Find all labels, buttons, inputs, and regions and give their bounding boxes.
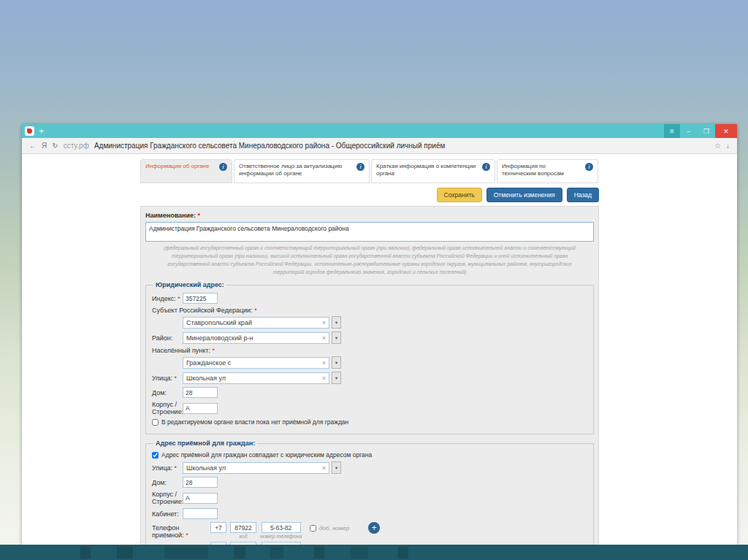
taskbar-item [398, 546, 408, 559]
street-value[interactable]: Школьная ул × [183, 372, 329, 384]
district-label: Район: [152, 334, 183, 342]
same-address-checkbox[interactable] [152, 452, 159, 459]
tab-technical-info[interactable]: Информация по техническим вопросам i [497, 159, 598, 183]
clear-icon[interactable]: × [322, 319, 326, 326]
settlement-row: Населённый пункт: * Гражданское с × ▼ [152, 347, 587, 369]
house-input[interactable] [183, 387, 218, 398]
info-icon[interactable]: i [585, 163, 593, 171]
reception-building-input[interactable] [183, 493, 218, 504]
region-value[interactable]: Ставропольский край × [183, 317, 329, 329]
region-dropdown-button[interactable]: ▼ [332, 316, 341, 329]
phone-ext-wrap: доб. номер [310, 522, 349, 534]
download-icon[interactable]: ↓ [726, 142, 730, 150]
name-textarea[interactable]: Администрация Гражданского сельсовета Ми… [145, 222, 594, 242]
phone-number-input[interactable] [262, 522, 301, 533]
phone-code-input[interactable] [230, 522, 256, 533]
district-value-text: Минераловодский р-н [186, 334, 253, 342]
name-hint: (федеральный государственный орган и соо… [153, 245, 587, 276]
back-button[interactable]: Назад [567, 188, 599, 202]
settlement-combobox[interactable]: Гражданское с × ▼ [183, 356, 587, 369]
maximize-button[interactable]: ❐ [698, 124, 715, 138]
address-bar: ← Я ↻ ссту.рф Администрация Гражданского… [22, 138, 737, 154]
browser-window: + ≡ – ❐ ✕ ← Я ↻ ссту.рф Администрация Гр… [22, 124, 737, 545]
name-label-text: Наименование: [145, 212, 196, 219]
phone-ext-checkbox[interactable] [310, 525, 316, 532]
legal-address-legend: Юридический адрес: [153, 281, 226, 288]
district-combobox[interactable]: Минераловодский р-н × ▼ [183, 331, 341, 344]
yandex-icon[interactable]: Я [42, 142, 47, 150]
region-label-text: Субъект Российской Федерации: [152, 307, 253, 314]
required-mark: * [254, 307, 257, 314]
back-icon[interactable]: ← [29, 142, 37, 150]
settlement-value[interactable]: Гражданское с × [183, 357, 329, 369]
reception-street-dropdown-button[interactable]: ▼ [332, 461, 341, 474]
index-label-text: Индекс: [152, 295, 176, 302]
taskbar-item [234, 546, 245, 559]
info-icon[interactable]: i [356, 163, 365, 171]
street-combobox[interactable]: Школьная ул × ▼ [183, 372, 341, 384]
reception-street-value[interactable]: Школьная ул × [183, 462, 329, 474]
office-label: Кабинет: [152, 510, 183, 518]
browser-logo-icon [25, 126, 34, 136]
office-input[interactable] [183, 508, 218, 519]
clear-icon[interactable]: × [322, 464, 326, 472]
minimize-button[interactable]: – [680, 124, 698, 138]
tab-competence-info[interactable]: Краткая информация о компетенции органа … [371, 159, 495, 183]
index-input[interactable] [183, 293, 218, 304]
settlement-dropdown-button[interactable]: ▼ [332, 356, 341, 369]
url-host[interactable]: ссту.рф [64, 142, 89, 150]
save-button[interactable]: Сохранить [437, 188, 482, 202]
info-icon[interactable]: i [219, 163, 227, 171]
building-input[interactable] [183, 403, 218, 414]
refresh-icon[interactable]: ↻ [52, 142, 58, 150]
reception-house-row: Дом: [152, 477, 587, 488]
slide-background: + ≡ – ❐ ✕ ← Я ↻ ссту.рф Администрация Гр… [0, 0, 748, 560]
reception-house-input[interactable] [183, 477, 218, 488]
tab-list-icon[interactable]: ≡ [664, 124, 680, 138]
tab-org-info[interactable]: Информация об органе i [140, 159, 232, 183]
no-reception-checkbox[interactable] [152, 419, 159, 426]
index-label: Индекс: * [152, 295, 183, 302]
info-icon[interactable]: i [482, 163, 490, 171]
office-row: Кабинет: [152, 508, 587, 519]
new-tab-button[interactable]: + [39, 126, 45, 136]
district-value[interactable]: Минераловодский р-н × [183, 332, 329, 344]
action-buttons: Сохранить Отменить изменения Назад [140, 188, 599, 202]
caret-down-icon: ▼ [335, 336, 338, 340]
close-button[interactable]: ✕ [715, 124, 737, 138]
reception-street-value-text: Школьная ул [186, 464, 226, 472]
phone-row: Телефон приёмной: * код [152, 522, 587, 539]
phone-country-input[interactable] [210, 522, 226, 533]
house-row: Дом: [152, 387, 587, 398]
taskbar-item [80, 546, 91, 559]
browser-tab-strip: + ≡ – ❐ ✕ [22, 124, 737, 138]
settlement-label-text: Населённый пункт: [152, 347, 210, 354]
bookmark-star-icon[interactable]: ☆ [714, 142, 721, 150]
region-value-text: Ставропольский край [186, 319, 252, 326]
required-mark: * [212, 347, 215, 354]
clear-icon[interactable]: × [322, 334, 326, 342]
form-tabs: Информация об органе i Ответственное лиц… [140, 159, 599, 183]
page-content: Информация об органе i Ответственное лиц… [22, 154, 737, 545]
region-label: Субъект Российской Федерации: * [152, 307, 587, 314]
district-dropdown-button[interactable]: ▼ [332, 331, 341, 344]
add-phone-button[interactable]: + [368, 522, 380, 534]
phone-code-hint: код [239, 534, 247, 539]
building-row: Корпус / Строение: [152, 401, 587, 415]
reception-street-combobox[interactable]: Школьная ул × ▼ [183, 461, 341, 474]
caret-down-icon: ▼ [335, 466, 338, 470]
tab-responsible-person[interactable]: Ответственное лицо за актуализацию инфор… [234, 159, 370, 183]
clear-icon[interactable]: × [322, 359, 326, 367]
cancel-changes-button[interactable]: Отменить изменения [486, 188, 562, 202]
reception-house-label: Дом: [152, 479, 183, 486]
legal-address-fieldset: Юридический адрес: Индекс: * Субъект Рос… [145, 281, 594, 434]
plus-icon: + [372, 523, 377, 533]
reception-street-label: Улица: * [152, 464, 183, 472]
phone-code-col: код [230, 522, 256, 539]
region-combobox[interactable]: Ставропольский край × ▼ [183, 316, 587, 329]
district-row: Район: Минераловодский р-н × ▼ [152, 331, 587, 344]
clear-icon[interactable]: × [322, 375, 326, 382]
street-label: Улица: * [152, 375, 183, 382]
street-dropdown-button[interactable]: ▼ [332, 372, 341, 384]
taskbar-item [351, 546, 368, 559]
